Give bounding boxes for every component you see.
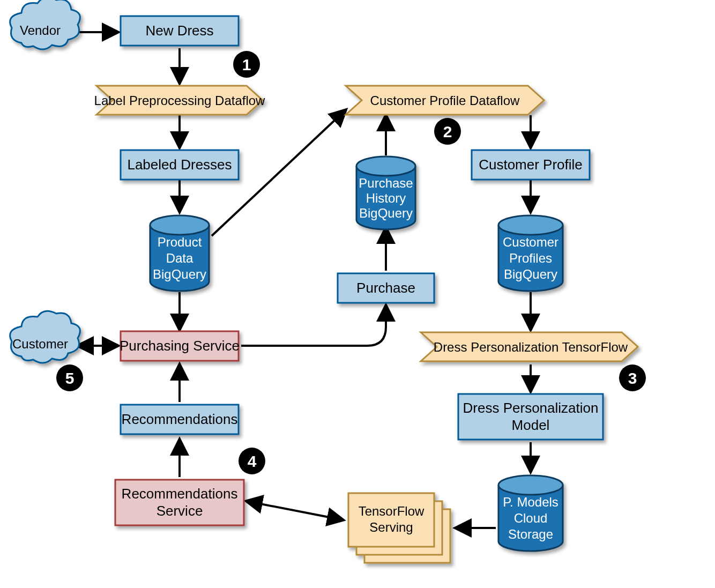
badge-3: 3	[619, 364, 646, 391]
cylinder-p-models-l1: P. Models	[503, 495, 558, 509]
cylinder-product-data-l1: Product	[158, 235, 202, 249]
cylinder-p-models: P. Models Cloud Storage	[498, 475, 563, 551]
cylinder-customer-profiles-l1: Customer	[503, 235, 558, 249]
pipe-customer-profile-dataflow: Customer Profile Dataflow	[346, 86, 544, 115]
badge-3-label: 3	[628, 369, 637, 387]
box-dress-pers-model-l2: Model	[512, 417, 550, 433]
box-new-dress-label: New Dress	[145, 23, 213, 39]
badge-4: 4	[239, 448, 265, 474]
box-labeled-dresses-label: Labeled Dresses	[127, 157, 232, 173]
svg-point-6	[498, 475, 563, 495]
pipe-dress-personalization-tf-label: Dress Personalization TensorFlow	[434, 340, 628, 354]
pipe-customer-profile-dataflow-label: Customer Profile Dataflow	[370, 93, 520, 108]
cloud-vendor-label: Vendor	[20, 23, 61, 38]
pipe-label-preprocessing-label: Label Preprocessing Dataflow	[94, 93, 266, 108]
svg-point-3	[150, 215, 209, 235]
cylinder-purchase-history-l3: BigQuery	[359, 206, 413, 220]
cloud-customer-label: Customer	[12, 337, 68, 351]
arrow-purchasing-purchase	[241, 306, 386, 346]
box-dress-pers-model-l1: Dress Personalization	[463, 400, 599, 416]
badge-2-label: 2	[443, 123, 452, 140]
pipe-dress-personalization-tf: Dress Personalization TensorFlow	[421, 332, 638, 361]
box-tensorflow-serving: TensorFlow Serving	[348, 493, 450, 563]
cylinder-product-data: Product Data BigQuery	[150, 215, 209, 291]
badge-1-label: 1	[242, 56, 251, 73]
arrow-recservice-tfserving	[247, 501, 343, 520]
cylinder-purchase-history-l2: History	[366, 191, 406, 205]
cylinder-product-data-l3: BigQuery	[153, 267, 206, 281]
box-recommendations-label: Recommendations	[122, 411, 238, 427]
cloud-customer: Customer	[10, 311, 80, 363]
box-tensorflow-serving-l2: Serving	[369, 520, 413, 534]
cylinder-purchase-history: Purchase History BigQuery	[356, 157, 415, 229]
svg-point-4	[356, 157, 415, 176]
cylinder-customer-profiles: Customer Profiles BigQuery	[498, 215, 563, 291]
box-purchase-label: Purchase	[356, 280, 415, 296]
cylinder-purchase-history-l1: Purchase	[359, 176, 413, 190]
box-recommendations-service-l1: Recommendations	[122, 486, 238, 502]
svg-point-5	[498, 215, 563, 235]
badge-5-label: 5	[65, 369, 75, 387]
badge-2: 2	[434, 118, 461, 145]
cylinder-customer-profiles-l2: Profiles	[509, 251, 552, 265]
cylinder-product-data-l2: Data	[166, 251, 193, 265]
box-recommendations-service-l2: Service	[157, 503, 203, 519]
cylinder-p-models-l2: Cloud	[514, 511, 548, 525]
cloud-vendor: Vendor	[10, 0, 80, 49]
badge-4-label: 4	[248, 452, 257, 470]
pipe-label-preprocessing: Label Preprocessing Dataflow	[94, 86, 266, 115]
box-customer-profile-label: Customer Profile	[479, 157, 583, 173]
cylinder-p-models-l3: Storage	[508, 527, 553, 541]
badge-1: 1	[233, 51, 260, 78]
box-purchasing-service-label: Purchasing Service	[120, 338, 240, 354]
cylinder-customer-profiles-l3: BigQuery	[504, 267, 557, 281]
box-tensorflow-serving-l1: TensorFlow	[359, 504, 424, 518]
badge-5: 5	[56, 364, 83, 391]
